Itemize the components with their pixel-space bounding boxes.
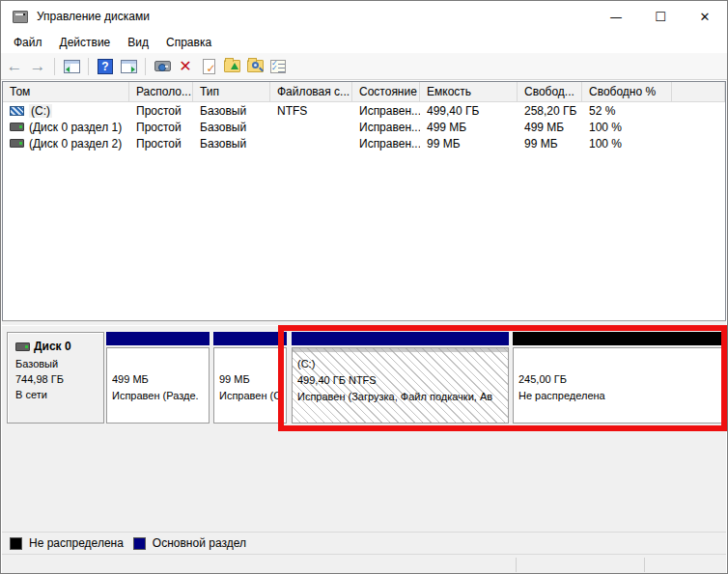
disk-management-window: Управление дисками — ☐ ✕ Файл Действие В… [0,0,728,574]
partition-recovery[interactable]: 499 МБ Исправен (Разде. [106,332,210,424]
disk-icon [15,342,30,351]
partition-c[interactable]: (C:) 499,40 ГБ NTFS Исправен (Загрузка, … [292,332,509,424]
partition-color-bar [213,332,287,345]
help-icon[interactable]: ? [96,57,115,76]
partition-c-label: (C:) [297,356,508,372]
menu-help[interactable]: Справка [157,33,220,52]
checklist-icon[interactable] [268,57,288,76]
selection-strip [293,348,508,352]
folder-up-icon[interactable] [222,57,241,76]
app-icon [13,11,28,23]
legend-bar: Не распределена Основной раздел [2,532,726,554]
column-header-empty [672,82,725,102]
statusbar-separator [644,558,645,572]
menu-action[interactable]: Действие [51,33,120,52]
forward-icon[interactable]: → [28,57,47,76]
back-icon[interactable]: ← [5,57,24,76]
volume-name: (Диск 0 раздел 1) [29,121,122,134]
volume-list: Том Располо... Тип Файловая с... Состоян… [2,81,726,320]
partition-unallocated[interactable]: 245,00 ГБ Не распределена [513,332,724,424]
legend-item-primary: Основной раздел [133,536,246,550]
column-header-volume[interactable]: Том [3,82,129,102]
volume-list-header: Том Располо... Тип Файловая с... Состоян… [3,82,725,102]
volume-name: (Диск 0 раздел 2) [29,137,122,150]
disk-type: Базовый [15,356,103,371]
partition-color-bar [513,332,724,345]
disk-name: Диск 0 [34,339,71,354]
disk0-header[interactable]: Диск 0 Базовый 744,98 ГБ В сети [7,332,104,424]
toolbar: ← → ? ✕ [1,53,727,80]
check-document-icon[interactable] [199,57,218,76]
column-header-filesystem[interactable]: Файловая с... [270,82,352,102]
disk-status: В сети [15,387,103,402]
disk-size: 744,98 ГБ [15,371,103,387]
device-icon[interactable] [153,57,172,76]
console-tree-icon[interactable] [62,57,81,76]
folder-search-icon[interactable] [245,57,265,76]
toolbar-separator [88,58,89,75]
column-header-status[interactable]: Состояние [352,82,420,102]
menu-file[interactable]: Файл [5,33,51,52]
column-header-free-pct[interactable]: Свободно % [582,82,672,102]
partition-efi[interactable]: 99 МБ Исправен (С [213,332,287,424]
volume-name: (C:) [29,104,52,118]
partition-color-bar [106,332,210,345]
maximize-button[interactable]: ☐ [638,1,683,32]
toolbar-separator [54,58,55,75]
disk-graph-pane: Диск 0 Базовый 744,98 ГБ В сети 499 МБ И… [2,326,726,532]
partition-color-bar [292,332,509,345]
table-row-volume-c[interactable]: (C:) Простой Базовый NTFS Исправен... 49… [3,102,725,119]
partition-icon [10,139,24,148]
legend-item-unallocated: Не распределена [10,536,124,550]
minimize-button[interactable]: — [594,1,638,32]
title-bar: Управление дисками — ☐ ✕ [1,1,727,32]
table-row-partition-2[interactable]: (Диск 0 раздел 2) Простой Базовый Исправ… [3,135,725,151]
menu-view[interactable]: Вид [119,33,157,52]
column-header-type[interactable]: Тип [193,82,270,102]
volume-c-icon [10,106,24,116]
delete-icon[interactable]: ✕ [176,57,195,76]
column-header-free[interactable]: Свобод... [518,82,582,102]
legend-swatch-unallocated [10,537,22,550]
table-row-partition-1[interactable]: (Диск 0 раздел 1) Простой Базовый Исправ… [3,119,725,135]
partition-icon [10,123,24,131]
close-button[interactable]: ✕ [683,1,727,32]
legend-swatch-primary [133,537,146,550]
action-pane-icon[interactable] [119,57,138,76]
column-header-capacity[interactable]: Емкость [420,82,518,102]
statusbar-separator [516,558,517,572]
status-bar [2,554,726,574]
window-title: Управление дисками [37,10,150,23]
toolbar-separator [145,58,146,75]
column-header-layout[interactable]: Располо... [129,82,193,102]
menu-bar: Файл Действие Вид Справка [1,32,727,53]
